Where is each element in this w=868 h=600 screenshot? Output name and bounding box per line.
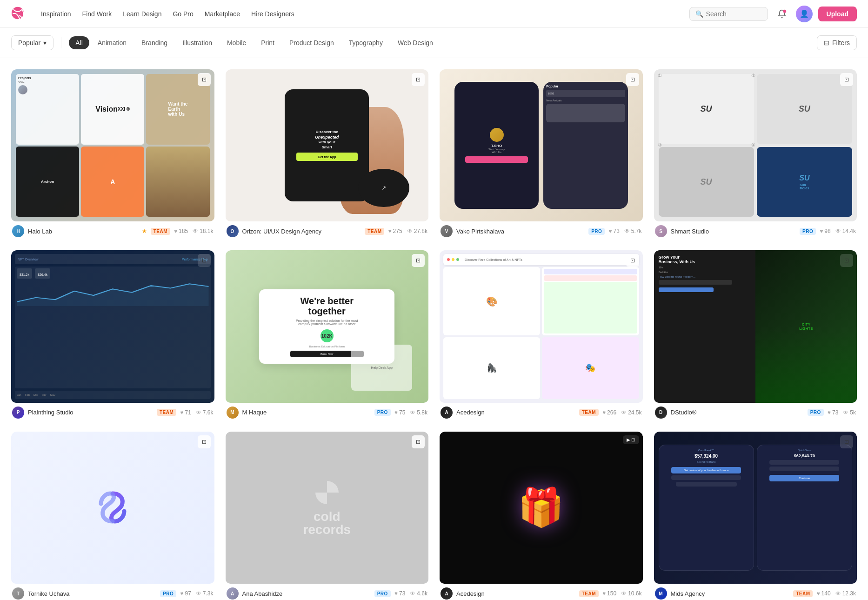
likes-stat: ♥ 150 [602, 590, 616, 597]
notification-icon[interactable] [774, 6, 790, 22]
bookmark-icon[interactable]: ⊡ [840, 73, 853, 86]
search-box[interactable]: 🔍 [689, 7, 768, 21]
nav-go-pro[interactable]: Go Pro [173, 8, 193, 20]
author-badge: TEAM [793, 590, 813, 597]
author-name[interactable]: M Haque [242, 409, 371, 416]
likes-stat: ♥ 185 [174, 228, 188, 234]
author-name[interactable]: Plainthing Studio [28, 409, 153, 416]
cat-tab-web-design[interactable]: Web Design [391, 36, 440, 49]
bookmark-icon[interactable]: ⊡ [626, 254, 639, 267]
shot-meta: T Tornike Uchava PRO ♥ 97 👁 7.3k [11, 584, 214, 600]
shot-stats: ♥ 75 👁 5.8k [394, 409, 427, 416]
cat-tab-all[interactable]: All [69, 36, 89, 49]
bookmark-icon[interactable]: ⊡ [626, 73, 639, 86]
bookmark-icon[interactable]: ⊡ [840, 254, 853, 267]
shot-thumbnail[interactable]: Discover theUnexpectedwith yourSmart Get… [226, 69, 429, 221]
eye-icon: 👁 [843, 409, 848, 416]
user-avatar[interactable]: 👤 [796, 6, 813, 22]
filters-button[interactable]: ⊟ Filters [817, 35, 857, 50]
shot-meta: H Halo Lab ★ TEAM ♥ 185 👁 18.1k [11, 221, 214, 239]
nav-find-work[interactable]: Find Work [82, 8, 112, 20]
shot-thumbnail[interactable]: T.SHO Start JourneyWith Us Popular $551 … [440, 69, 643, 221]
author-name[interactable]: Vako Pirtskhalava [456, 228, 585, 235]
author-name[interactable]: Mids Agency [671, 590, 790, 597]
shot-stats: ♥ 140 👁 12.3k [816, 590, 856, 597]
shot-thumbnail[interactable]: SU SU SU SU SunMolds ⊡ ① ② ③ ④ [654, 69, 857, 221]
author-name[interactable]: Acedesign [456, 590, 575, 597]
likes-stat: ♥ 140 [816, 590, 830, 597]
author-avatar: A [441, 587, 453, 600]
shot-stats: ♥ 73 👁 4.6k [394, 590, 427, 597]
eye-icon: 👁 [410, 409, 415, 416]
cat-tab-print[interactable]: Print [254, 36, 281, 49]
author-name[interactable]: Shmart Studio [671, 228, 796, 235]
shot-card: 🎁 ▶ ⊡ A Acedesign TEAM ♥ 150 👁 10.6k [440, 432, 643, 600]
likes-stat: ♥ 71 [180, 409, 191, 416]
views-stat: 👁 10.6k [621, 590, 641, 597]
author-badge: TEAM [579, 409, 599, 416]
cat-tab-animation[interactable]: Animation [91, 36, 133, 49]
cat-tab-illustration[interactable]: Illustration [176, 36, 219, 49]
shots-grid: Projects 500+ VisionXXI ® Want theEarthw… [0, 58, 868, 600]
shot-thumbnail[interactable]: Projects 500+ VisionXXI ® Want theEarthw… [11, 69, 214, 221]
shot-thumbnail[interactable]: Grow YourBusiness, With Us 10+ Deloitte … [654, 250, 857, 402]
author-name[interactable]: Halo Lab [28, 228, 138, 235]
search-input[interactable] [706, 10, 762, 18]
shot-stats: ♥ 71 👁 7.6k [180, 409, 213, 416]
nav-learn-design[interactable]: Learn Design [123, 8, 161, 20]
upload-button[interactable]: Upload [818, 7, 857, 21]
nav-inspiration[interactable]: Inspiration [41, 8, 71, 20]
author-avatar: S [655, 225, 667, 237]
cat-tab-branding[interactable]: Branding [135, 36, 174, 49]
eye-icon: 👁 [621, 590, 627, 597]
shot-card: SU SU SU SU SunMolds ⊡ ① ② ③ ④ S Shmart … [654, 69, 857, 239]
author-name[interactable]: Ana Abashidze [242, 590, 371, 597]
shot-stats: ♥ 150 👁 10.6k [602, 590, 642, 597]
star-icon: ★ [142, 228, 147, 234]
likes-stat: ♥ 75 [394, 409, 405, 416]
shot-thumbnail[interactable]: NFT Overview Performance Map $31.2k $26.… [11, 250, 214, 402]
likes-stat: ♥ 266 [602, 409, 616, 416]
author-badge: PRO [808, 409, 824, 416]
dribbble-logo[interactable] [11, 7, 28, 21]
author-avatar: M [655, 587, 667, 600]
author-badge: TEAM [579, 590, 599, 597]
bookmark-icon[interactable]: ⊡ [198, 254, 211, 267]
eye-icon: 👁 [410, 590, 415, 597]
author-name[interactable]: Tornike Uchava [28, 590, 156, 597]
shot-thumbnail[interactable]: 🎁 ▶ ⊡ [440, 432, 643, 584]
heart-icon: ♥ [608, 228, 612, 234]
eye-icon: 👁 [835, 590, 841, 597]
cat-tab-mobile[interactable]: Mobile [220, 36, 253, 49]
bookmark-icon[interactable]: ⊡ [412, 73, 425, 86]
cat-tab-product-design[interactable]: Product Design [283, 36, 341, 49]
author-name[interactable]: Acedesign [456, 409, 575, 416]
author-avatar: V [441, 225, 453, 237]
bookmark-icon[interactable]: ⊡ [198, 73, 211, 86]
bookmark-icon[interactable]: ⊡ [412, 254, 425, 267]
bookmark-icon[interactable]: ⊡ [198, 435, 211, 448]
shot-thumbnail[interactable]: Discover Rare Collections of Art & NFTs … [440, 250, 643, 402]
navbar: Inspiration Find Work Learn Design Go Pr… [0, 0, 868, 28]
shot-meta: M M Haque PRO ♥ 75 👁 5.8k [226, 403, 429, 420]
shot-meta: A Acedesign TEAM ♥ 266 👁 24.5k [440, 403, 643, 420]
shot-thumbnail[interactable]: ⊡ [11, 432, 214, 584]
sort-popular-button[interactable]: Popular ▾ [11, 35, 53, 50]
author-avatar: A [441, 407, 453, 419]
shot-thumbnail[interactable]: cold records ⊡ [226, 432, 429, 584]
author-name[interactable]: DStudio® [671, 409, 804, 416]
nav-marketplace[interactable]: Marketplace [205, 8, 240, 20]
shot-thumbnail[interactable]: We're bettertogether Providing the simpl… [226, 250, 429, 402]
author-name[interactable]: Orizon: UI/UX Design Agency [242, 228, 361, 235]
bookmark-icon[interactable]: ⊡ [412, 435, 425, 448]
bookmark-icon[interactable]: ⊡ [840, 435, 853, 448]
nav-hire-designers[interactable]: Hire Designers [251, 8, 294, 20]
heart-icon: ♥ [602, 409, 606, 416]
views-stat: 👁 5k [843, 409, 856, 416]
cat-tab-typography[interactable]: Typography [342, 36, 389, 49]
eye-icon: 👁 [621, 409, 627, 416]
shot-thumbnail[interactable]: CardBank™ $57,924.00 Spending Bank Get c… [654, 432, 857, 584]
author-avatar: M [227, 407, 239, 419]
views-stat: 👁 7.6k [196, 409, 214, 416]
eye-icon: 👁 [624, 228, 630, 234]
